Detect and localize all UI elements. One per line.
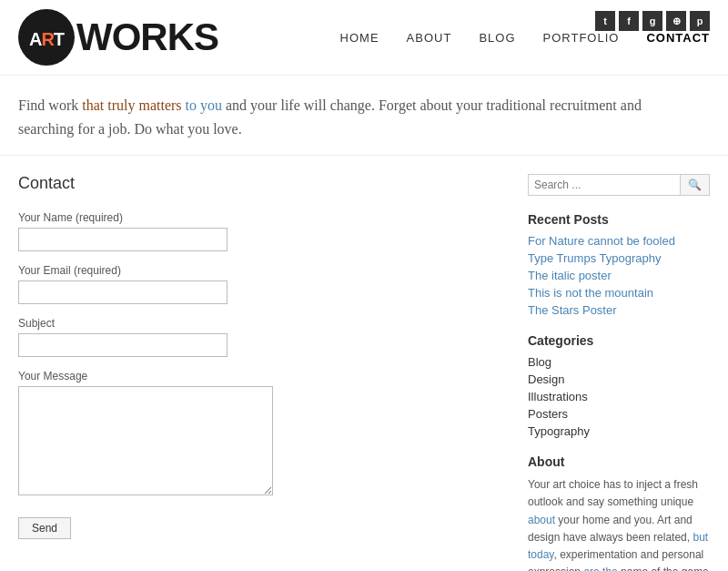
recent-post-1[interactable]: For Nature cannot be fooled: [528, 234, 710, 248]
circle-icon[interactable]: ⊕: [666, 11, 686, 31]
email-label: Your Email (required): [18, 264, 491, 277]
nav-home[interactable]: HOME: [340, 31, 379, 45]
hero-highlight2: to you: [186, 97, 222, 113]
logo-art-text: ART: [29, 23, 64, 52]
email-input[interactable]: [18, 280, 228, 304]
twitter-icon[interactable]: t: [595, 11, 615, 31]
about-section: About Your art choice has to inject a fr…: [528, 454, 710, 571]
nav-about[interactable]: ABOUT: [407, 31, 452, 45]
name-field-group: Your Name (required): [18, 211, 491, 251]
recent-post-3[interactable]: The italic poster: [528, 269, 710, 282]
facebook-icon[interactable]: f: [619, 11, 639, 31]
email-field-group: Your Email (required): [18, 264, 491, 304]
subject-field-group: Subject: [18, 317, 491, 357]
logo-circle: ART: [18, 9, 75, 66]
logo: ART WORKS: [18, 9, 218, 66]
about-text: Your art choice has to inject a fresh ou…: [528, 476, 710, 571]
recent-post-2[interactable]: Type Trumps Typography: [528, 251, 710, 265]
category-illustrations[interactable]: Illustrations: [528, 390, 710, 403]
about-link3: are the: [583, 566, 617, 571]
search-input[interactable]: [529, 175, 680, 195]
categories-section: Categories Blog Design Illustrations Pos…: [528, 333, 710, 438]
hero-highlight1: that truly matters: [82, 97, 181, 113]
recent-post-4[interactable]: This is not the mountain: [528, 286, 710, 300]
about-heading: About: [528, 454, 710, 469]
nav-contact[interactable]: CONTACT: [646, 31, 710, 45]
search-button[interactable]: 🔍: [680, 175, 709, 195]
hero-divider: [0, 155, 728, 156]
recent-post-5[interactable]: The Stars Poster: [528, 303, 710, 317]
hero-text: Find work that truly matters to you and …: [18, 94, 692, 140]
hero-text-plain1: Find work: [18, 97, 82, 113]
subject-label: Subject: [18, 317, 491, 330]
name-label: Your Name (required): [18, 211, 491, 224]
subject-input[interactable]: [18, 333, 228, 357]
category-typography[interactable]: Typography: [528, 424, 710, 438]
pinterest-icon[interactable]: p: [690, 11, 710, 31]
main-content: Contact Your Name (required) Your Email …: [0, 165, 728, 571]
googleplus-icon[interactable]: g: [642, 11, 662, 31]
about-text-4: name of the game: [618, 566, 709, 571]
contact-section: Contact Your Name (required) Your Email …: [18, 174, 491, 571]
message-textarea[interactable]: [18, 386, 273, 495]
send-button[interactable]: Send: [18, 517, 71, 539]
recent-posts-heading: Recent Posts: [528, 212, 710, 227]
message-field-group: Your Message: [18, 370, 491, 495]
search-box: 🔍: [528, 174, 710, 196]
category-posters[interactable]: Posters: [528, 407, 710, 421]
category-design[interactable]: Design: [528, 372, 710, 386]
contact-title: Contact: [18, 174, 491, 193]
social-icons-bar: t f g ⊕ p: [595, 11, 710, 31]
categories-heading: Categories: [528, 333, 710, 348]
nav-portfolio[interactable]: PORTFOLIO: [543, 31, 620, 45]
main-nav: HOME ABOUT BLOG PORTFOLIO CONTACT: [340, 31, 710, 45]
nav-blog[interactable]: BLOG: [479, 31, 515, 45]
recent-posts-section: Recent Posts For Nature cannot be fooled…: [528, 212, 710, 317]
message-label: Your Message: [18, 370, 491, 382]
category-blog[interactable]: Blog: [528, 355, 710, 369]
logo-works-text: WORKS: [76, 15, 218, 59]
name-input[interactable]: [18, 228, 228, 251]
about-link1: about: [528, 514, 555, 526]
sidebar: 🔍 Recent Posts For Nature cannot be fool…: [528, 174, 710, 571]
about-text-1: Your art choice has to inject a fresh ou…: [528, 478, 698, 508]
hero-section: Find work that truly matters to you and …: [0, 76, 710, 149]
